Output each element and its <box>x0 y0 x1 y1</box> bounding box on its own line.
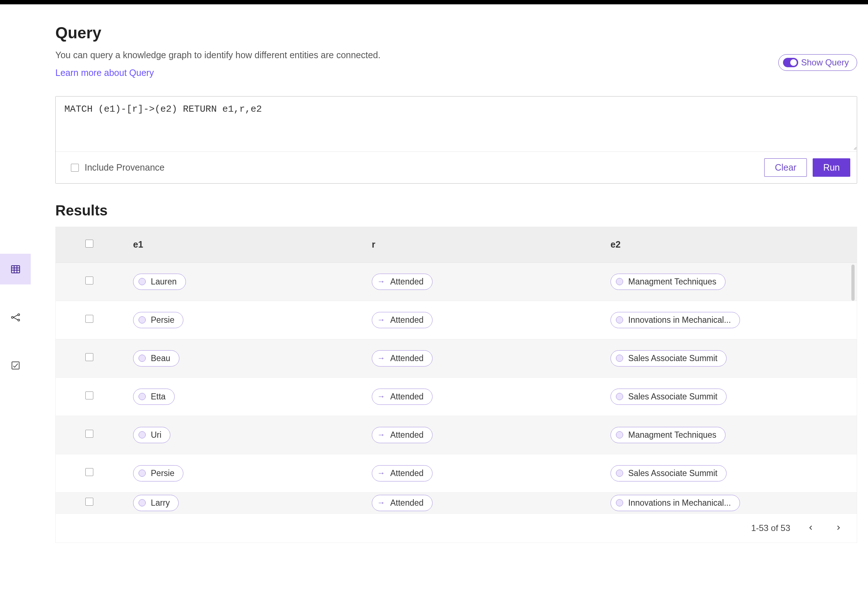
select-all-checkbox[interactable] <box>85 239 93 247</box>
chevron-right-icon <box>835 524 842 531</box>
row-checkbox[interactable] <box>85 353 93 361</box>
relation-chip[interactable]: →Attended <box>372 312 432 328</box>
row-checkbox[interactable] <box>85 498 93 506</box>
arrow-right-icon: → <box>377 392 385 400</box>
entity-chip[interactable]: Beau <box>133 350 180 366</box>
graph-view-button[interactable] <box>0 302 31 332</box>
node-dot-icon <box>138 431 146 439</box>
page-subtitle: You can query a knowledge graph to ident… <box>55 50 778 60</box>
relation-chip[interactable]: →Attended <box>372 389 432 405</box>
svg-point-6 <box>18 314 20 315</box>
node-dot-icon <box>616 278 623 285</box>
insights-view-button[interactable] <box>0 350 31 381</box>
node-dot-icon <box>138 499 146 507</box>
node-dot-icon <box>138 316 146 323</box>
include-provenance-checkbox[interactable]: Include Provenance <box>71 162 164 173</box>
window-top-bar <box>0 0 868 4</box>
query-input[interactable] <box>56 96 857 150</box>
results-title: Results <box>55 202 857 219</box>
entity-chip[interactable]: Managment Techniques <box>611 427 725 443</box>
row-checkbox[interactable] <box>85 468 93 476</box>
svg-point-7 <box>18 319 20 321</box>
chip-label: Managment Techniques <box>628 430 716 440</box>
svg-point-5 <box>11 316 13 318</box>
chip-label: Attended <box>390 498 423 508</box>
chip-label: Beau <box>151 354 170 363</box>
arrow-right-icon: → <box>377 431 385 439</box>
row-checkbox[interactable] <box>85 315 93 323</box>
arrow-right-icon: → <box>377 316 385 324</box>
chip-label: Managment Techniques <box>628 277 716 287</box>
arrow-right-icon: → <box>377 469 385 477</box>
node-dot-icon <box>138 470 146 477</box>
entity-chip[interactable]: Sales Associate Summit <box>611 465 727 482</box>
next-page-button[interactable] <box>831 521 845 535</box>
row-checkbox[interactable] <box>85 277 93 284</box>
column-header-e1[interactable]: e1 <box>123 227 362 263</box>
pagination-bar: 1-53 of 53 <box>56 514 857 542</box>
chip-label: Innovations in Mechanical... <box>628 498 731 508</box>
entity-chip[interactable]: Lauren <box>133 273 186 290</box>
relation-chip[interactable]: →Attended <box>372 350 432 366</box>
chip-label: Uri <box>151 430 161 440</box>
node-dot-icon <box>616 316 623 323</box>
graph-icon <box>10 312 21 323</box>
show-query-label: Show Query <box>801 57 849 68</box>
node-dot-icon <box>138 355 146 362</box>
table-row[interactable]: Etta→AttendedSales Associate Summit <box>56 377 857 416</box>
chip-label: Attended <box>390 354 423 363</box>
column-header-r[interactable]: r <box>362 227 600 263</box>
relation-chip[interactable]: →Attended <box>372 465 432 482</box>
entity-chip[interactable]: Sales Associate Summit <box>611 350 727 366</box>
row-checkbox[interactable] <box>85 391 93 399</box>
entity-chip[interactable]: Sales Associate Summit <box>611 389 727 405</box>
entity-chip[interactable]: Uri <box>133 427 170 443</box>
results-panel: e1 r e2 Lauren→AttendedManagment Techniq… <box>55 227 857 543</box>
query-editor-panel: Include Provenance Clear Run <box>55 96 857 184</box>
entity-chip[interactable]: Innovations in Mechanical... <box>611 495 740 511</box>
column-header-e2[interactable]: e2 <box>600 227 857 263</box>
clear-button[interactable]: Clear <box>764 158 807 177</box>
node-dot-icon <box>616 393 623 400</box>
chip-label: Attended <box>390 277 423 287</box>
chip-label: Sales Associate Summit <box>628 392 718 402</box>
relation-chip[interactable]: →Attended <box>372 495 432 511</box>
row-checkbox[interactable] <box>85 430 93 438</box>
arrow-right-icon: → <box>377 499 385 507</box>
chip-label: Etta <box>151 392 166 402</box>
table-row[interactable]: Persie→AttendedInnovations in Mechanical… <box>56 301 857 339</box>
show-query-toggle[interactable]: Show Query <box>778 54 857 71</box>
entity-chip[interactable]: Managment Techniques <box>611 273 725 290</box>
chip-label: Larry <box>151 498 170 508</box>
entity-chip[interactable]: Persie <box>133 465 183 482</box>
page-title: Query <box>55 24 778 42</box>
pagination-range: 1-53 of 53 <box>751 523 790 533</box>
table-view-button[interactable] <box>0 254 31 284</box>
svg-line-8 <box>13 315 18 317</box>
entity-chip[interactable]: Larry <box>133 495 179 511</box>
arrow-right-icon: → <box>377 354 385 362</box>
chart-check-icon <box>10 360 21 371</box>
run-button[interactable]: Run <box>813 158 850 177</box>
entity-chip[interactable]: Innovations in Mechanical... <box>611 312 740 328</box>
learn-more-link[interactable]: Learn more about Query <box>55 68 154 78</box>
chip-label: Lauren <box>151 277 177 287</box>
svg-rect-0 <box>11 266 20 273</box>
results-scroll-region[interactable]: e1 r e2 Lauren→AttendedManagment Techniq… <box>56 227 857 514</box>
table-row[interactable]: Lauren→AttendedManagment Techniques <box>56 263 857 301</box>
node-dot-icon <box>616 499 623 507</box>
relation-chip[interactable]: →Attended <box>372 273 432 290</box>
include-provenance-label: Include Provenance <box>85 162 164 173</box>
node-dot-icon <box>616 470 623 477</box>
chip-label: Attended <box>390 468 423 478</box>
chip-label: Attended <box>390 315 423 325</box>
chip-label: Persie <box>151 315 174 325</box>
table-row[interactable]: Persie→AttendedSales Associate Summit <box>56 454 857 492</box>
prev-page-button[interactable] <box>804 521 818 535</box>
entity-chip[interactable]: Etta <box>133 389 175 405</box>
entity-chip[interactable]: Persie <box>133 312 183 328</box>
table-row[interactable]: Larry→AttendedInnovations in Mechanical.… <box>56 492 857 513</box>
table-row[interactable]: Beau→AttendedSales Associate Summit <box>56 339 857 377</box>
table-row[interactable]: Uri→AttendedManagment Techniques <box>56 416 857 454</box>
relation-chip[interactable]: →Attended <box>372 427 432 443</box>
